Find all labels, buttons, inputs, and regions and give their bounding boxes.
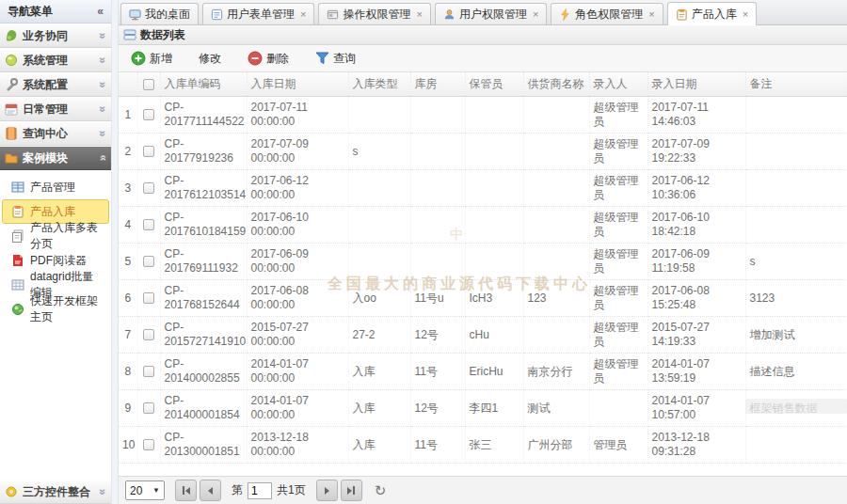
sidebar-menu: 产品管理 产品入库 产品入库多表分页 PDF阅读器 datagrid批量编辑 快… — [0, 170, 111, 480]
column-header-rec-by[interactable]: 录入人 — [589, 72, 647, 97]
tab-operation-permission[interactable]: 操作权限管理 × — [318, 3, 430, 24]
cell-keeper: IcH3 — [465, 280, 523, 317]
cell-supplier — [523, 207, 589, 244]
close-icon[interactable]: × — [743, 9, 748, 20]
datagrid: 入库单编码 入库日期 入库类型 库房 保管员 供货商名称 录入人 录入日期 备注… — [119, 72, 847, 476]
cell-remark — [745, 427, 847, 464]
refresh-icon[interactable]: ↻ — [375, 482, 387, 499]
cell-supplier — [523, 134, 589, 170]
cell-rec_by — [589, 390, 647, 427]
row-checkbox-cell — [137, 244, 160, 280]
cell-supplier — [523, 170, 589, 207]
cell-rec_by: 超级管理员 — [589, 244, 647, 280]
row-checkbox[interactable] — [143, 439, 154, 450]
cell-supplier — [523, 244, 589, 280]
last-page-button[interactable] — [341, 480, 362, 501]
row-checkbox[interactable] — [143, 329, 154, 340]
table-row[interactable]: 8CP-2014000028552014-01-07 00:00:00入库11号… — [119, 354, 847, 390]
cell-supplier: 测试 — [523, 390, 589, 427]
table-row[interactable]: 1CP-20177111445222017-07-11 00:00:00超级管理… — [119, 97, 847, 134]
close-icon[interactable]: × — [416, 9, 422, 20]
sidebar-accordion-daily[interactable]: 日常管理 » — [0, 97, 111, 121]
table-row[interactable]: 5CP-2017691119322017-06-09 00:00:00超级管理员… — [119, 244, 847, 280]
column-header-keeper[interactable]: 保管员 — [465, 72, 523, 97]
row-checkbox[interactable] — [143, 109, 154, 120]
row-checkbox[interactable] — [143, 256, 154, 267]
prev-page-button[interactable] — [200, 480, 221, 501]
tab-user-form-manage[interactable]: 用户表单管理 × — [202, 3, 314, 24]
cell-in_date: 2017-06-12 00:00:00 — [247, 170, 348, 207]
sidebar-item-framework-home[interactable]: 快速开发框架主页 — [2, 297, 109, 322]
row-checkbox[interactable] — [143, 146, 154, 157]
row-number: 6 — [119, 280, 137, 317]
edit-button[interactable]: 修改 — [193, 48, 227, 70]
search-button[interactable]: 查询 — [310, 48, 361, 70]
sidebar-accordion-examples[interactable]: 案例模块 » — [0, 146, 111, 170]
collapse-sidebar-icon[interactable]: « — [97, 5, 104, 18]
calendar-icon — [5, 102, 18, 116]
cell-keeper: EricHu — [465, 354, 523, 390]
sidebar-accordion-query[interactable]: 查询中心 » — [0, 121, 111, 146]
row-checkbox[interactable] — [143, 219, 154, 230]
row-checkbox[interactable] — [143, 182, 154, 194]
wrench-icon — [5, 78, 18, 91]
sidebar-accordion-thirdparty[interactable]: 三方控件整合 » — [0, 480, 111, 504]
row-checkbox[interactable] — [143, 402, 154, 414]
tab-my-desktop[interactable]: 我的桌面 — [120, 3, 199, 24]
cell-code: CP-201769111932 — [160, 244, 247, 280]
first-page-button[interactable] — [175, 480, 197, 501]
page-size-select[interactable]: 20 ▼ — [125, 480, 165, 500]
next-page-button[interactable] — [316, 480, 338, 501]
layout-splitter[interactable] — [111, 0, 119, 504]
tab-role-permission[interactable]: 角色权限管理 × — [551, 3, 663, 24]
table-row[interactable]: 7CP-20157271419102015-07-27 00:00:0027-2… — [119, 317, 847, 354]
column-header-remark[interactable]: 备注 — [745, 72, 847, 97]
close-icon[interactable]: × — [300, 9, 306, 20]
accordion-label: 系统管理 — [23, 53, 68, 69]
row-number: 3 — [119, 170, 137, 207]
close-icon[interactable]: × — [533, 9, 538, 20]
tab-label: 用户权限管理 — [459, 7, 527, 23]
cell-code: CP-2015727141910 — [160, 317, 247, 354]
column-header-type[interactable]: 入库类型 — [348, 72, 410, 97]
table-row[interactable]: 6CP-2017681526442017-06-08 00:00:00入oo11… — [119, 280, 847, 317]
delete-button[interactable]: 删除 — [242, 48, 295, 70]
tab-user-permission[interactable]: 用户权限管理 × — [435, 3, 547, 24]
table-row[interactable]: 9CP-2014000018542014-01-07 00:00:00入库12号… — [119, 390, 847, 427]
page-number-input[interactable] — [248, 482, 272, 499]
chevron-down-icon: » — [97, 131, 110, 137]
cell-keeper — [465, 207, 523, 244]
column-header-store[interactable]: 库房 — [410, 72, 465, 97]
tab-product-inbound[interactable]: 产品入库 × — [667, 2, 757, 25]
column-header-rec-date[interactable]: 录入日期 — [647, 72, 745, 97]
cell-code: CP-2017612103514 — [160, 170, 247, 207]
cell-store — [410, 97, 465, 134]
datalist-icon — [123, 28, 136, 41]
cell-type — [348, 170, 410, 207]
column-header-in-date[interactable]: 入库日期 — [247, 72, 348, 97]
column-header-supplier[interactable]: 供货商名称 — [523, 72, 589, 97]
sidebar-accordion-config[interactable]: 系统配置 » — [0, 72, 111, 97]
table-row[interactable]: 10CP-2013000018512013-12-18 00:00:00入库11… — [119, 427, 847, 464]
sidebar-accordion-business[interactable]: 业务协同 » — [0, 24, 111, 48]
row-checkbox[interactable] — [143, 366, 154, 377]
cell-rec_date: 2014-01-07 13:59:19 — [647, 354, 745, 390]
table-row[interactable]: 4CP-20176101841592017-06-10 00:00:00超级管理… — [119, 207, 847, 244]
page-label-after: 共1页 — [277, 482, 306, 498]
row-checkbox[interactable] — [143, 292, 154, 304]
sidebar-item-product-manage[interactable]: 产品管理 — [2, 175, 109, 199]
table-row[interactable]: 2CP-201779192362017-07-09 00:00:00s超级管理员… — [119, 134, 847, 170]
close-icon[interactable]: × — [648, 9, 654, 20]
cell-code: CP-201300001851 — [160, 427, 247, 464]
clipboard-icon — [676, 8, 688, 21]
toolbar: 新增 修改 删除 查询 — [119, 45, 847, 72]
table-row[interactable]: 3CP-20176121035142017-06-12 00:00:00超级管理… — [119, 170, 847, 207]
sidebar-accordion-system[interactable]: 系统管理 » — [0, 48, 111, 72]
add-button[interactable]: 新增 — [125, 48, 178, 70]
cell-type — [348, 97, 410, 134]
sidebar-item-product-inbound-multipage[interactable]: 产品入库多表分页 — [2, 224, 109, 248]
grid-edit-icon — [11, 278, 24, 291]
column-header-code[interactable]: 入库单编码 — [160, 72, 247, 97]
cell-code: CP-201400002855 — [160, 354, 247, 390]
select-all-checkbox[interactable] — [143, 79, 154, 90]
